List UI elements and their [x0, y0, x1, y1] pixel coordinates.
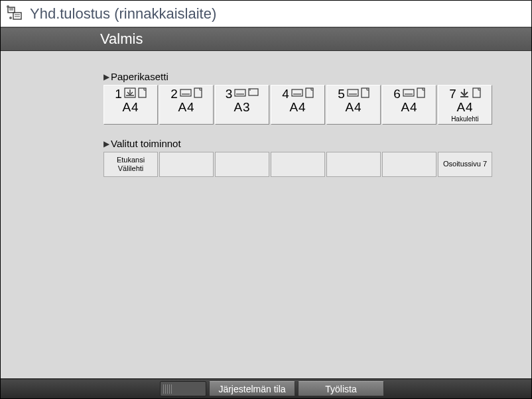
tray-level-icon — [124, 87, 136, 101]
system-status-label: Järjestelmän tila — [218, 384, 285, 394]
functions-header-label: Valitut toiminnot — [111, 138, 181, 149]
tray-orient-icon — [361, 87, 369, 101]
status-bar: Valmis — [1, 27, 531, 51]
tray-top: 6 — [393, 87, 425, 101]
tray-orient-icon — [472, 87, 481, 101]
tray-number: 6 — [393, 87, 401, 101]
svg-point-6 — [7, 5, 9, 8]
tray-size: A4 — [122, 100, 139, 115]
svg-rect-25 — [417, 88, 425, 97]
status-text: Valmis — [100, 30, 143, 48]
paper-tray-4[interactable]: 4A4 — [271, 85, 325, 125]
function-slot-4[interactable] — [271, 152, 325, 177]
func-line1: Osoitussivu 7 — [443, 160, 487, 168]
svg-rect-17 — [292, 89, 302, 96]
tray-size: A4 — [178, 100, 194, 115]
tray-orient-icon — [305, 87, 314, 101]
tray-level-icon — [180, 87, 192, 101]
function-slot-7[interactable]: Osoitussivu 7 — [438, 152, 492, 177]
func-line2: Välilehti — [118, 164, 144, 173]
tray-top: 4 — [282, 87, 314, 101]
tray-orient-icon — [248, 87, 259, 101]
function-slot-2[interactable] — [159, 152, 214, 177]
svg-rect-23 — [403, 89, 414, 96]
paper-tray-5[interactable]: 5A4 — [326, 85, 381, 125]
svg-rect-14 — [235, 89, 245, 96]
job-list-button[interactable]: Työlista — [298, 381, 384, 396]
tray-header-label: Paperikasetti — [111, 71, 168, 82]
tray-top: 1 — [115, 87, 147, 101]
tray-top: 5 — [338, 87, 369, 101]
bottom-spacer — [1, 379, 159, 398]
tray-level-icon — [458, 87, 470, 101]
tray-top: 3 — [226, 87, 259, 101]
tray-header: Paperikasetti — [103, 71, 531, 82]
job-list-label: Työlista — [325, 384, 356, 394]
svg-rect-19 — [306, 88, 313, 97]
bottom-bar: Järjestelmän tila Työlista — [1, 378, 531, 398]
tray-number: 1 — [115, 87, 122, 101]
tray-orient-icon — [417, 87, 425, 101]
tray-number: 3 — [226, 87, 233, 101]
paper-tray-2[interactable]: 2A4 — [159, 85, 214, 125]
tray-size: A4 — [345, 100, 362, 115]
function-slot-3[interactable] — [215, 152, 269, 177]
functions-row: EtukansiVälilehtiOsoitussivu 7 — [103, 152, 531, 177]
tray-level-icon — [403, 87, 415, 101]
svg-rect-20 — [348, 89, 358, 96]
system-status-button[interactable]: Järjestelmän tila — [209, 381, 295, 396]
functions-header: Valitut toiminnot — [103, 138, 531, 149]
tray-orient-icon — [194, 87, 202, 101]
svg-rect-22 — [362, 88, 369, 97]
svg-rect-10 — [139, 88, 146, 97]
paper-tray-7[interactable]: 7A4Hakulehti — [438, 85, 492, 125]
tray-size: A3 — [233, 100, 250, 115]
tray-number: 5 — [338, 87, 345, 101]
tray-section: Paperikasetti 1A42A43A34A45A46A47A4Hakul… — [103, 71, 531, 125]
paper-tray-1[interactable]: 1A4 — [103, 85, 158, 125]
activity-indicator — [160, 381, 206, 396]
function-slot-5[interactable] — [326, 152, 381, 177]
tray-size: A4 — [289, 100, 306, 115]
svg-rect-1 — [13, 13, 21, 19]
paper-tray-6[interactable]: 6A4 — [382, 85, 436, 125]
tray-size: A4 — [456, 100, 473, 115]
tray-number: 4 — [282, 87, 289, 101]
bottom-fill — [385, 379, 531, 398]
tray-row: 1A42A43A34A45A46A47A4Hakulehti — [103, 85, 531, 125]
app-window: Yhd.tulostus (rinnakkaislaite) Valmis Pa… — [0, 0, 532, 399]
svg-rect-11 — [180, 89, 191, 96]
tray-top: 2 — [170, 87, 202, 101]
tray-size: A4 — [401, 100, 417, 115]
tray-top: 7 — [449, 87, 481, 101]
paper-tray-3[interactable]: 3A3 — [215, 85, 269, 125]
functions-section: Valitut toiminnot EtukansiVälilehtiOsoit… — [103, 138, 531, 177]
tray-subtext: Hakulehti — [451, 115, 479, 123]
tray-level-icon — [234, 87, 246, 101]
tray-number: 7 — [449, 87, 456, 101]
content-area: Paperikasetti 1A42A43A34A45A46A47A4Hakul… — [1, 51, 531, 378]
tray-level-icon — [291, 87, 303, 101]
tray-number: 2 — [170, 87, 178, 101]
func-line1: Etukansi — [117, 156, 145, 164]
svg-rect-27 — [473, 88, 480, 97]
tray-level-icon — [347, 87, 359, 101]
titlebar: Yhd.tulostus (rinnakkaislaite) — [1, 1, 531, 27]
function-slot-1[interactable]: EtukansiVälilehti — [103, 152, 158, 177]
tray-orient-icon — [138, 87, 147, 101]
svg-rect-13 — [194, 88, 202, 97]
printer-icon — [6, 5, 25, 23]
function-slot-6[interactable] — [382, 152, 436, 177]
svg-point-7 — [9, 17, 12, 19]
window-title: Yhd.tulostus (rinnakkaislaite) — [30, 5, 216, 23]
